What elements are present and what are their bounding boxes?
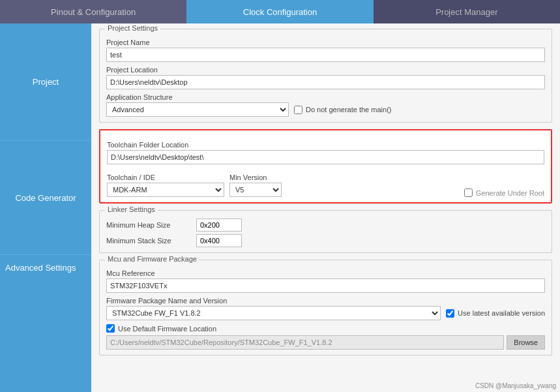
mcu-firmware-group: Mcu and Firmware Package Mcu Reference F… [99,260,552,355]
mcu-reference-label: Mcu Reference [106,269,545,277]
app-structure-select[interactable]: Advanced [106,102,289,117]
do-not-generate-main-label: Do not generate the main() [306,106,391,113]
min-stack-row: Minimum Stack Size [106,234,545,247]
firmware-package-label: Firmware Package Name and Version [106,297,545,305]
app-structure-row: Advanced Do not generate the main() [106,102,545,117]
generate-under-root-checkbox[interactable] [464,188,473,197]
min-version-col: Min Version V5 V4 V6 [229,168,282,197]
sidebar-item-advanced-settings[interactable]: Advanced Settings [0,255,91,392]
min-stack-input[interactable] [196,234,242,247]
mcu-reference-input[interactable] [106,279,545,293]
sidebar-code-gen-label: Code Generator [15,193,76,203]
top-navigation: Pinout & Configuration Clock Configurati… [0,0,560,23]
firmware-package-select[interactable]: STM32Cube FW_F1 V1.8.2 [106,306,441,320]
firmware-path-input [106,335,504,350]
toolchain-folder-input[interactable] [107,150,544,164]
use-latest-checkbox[interactable] [446,309,454,318]
min-heap-input[interactable] [196,219,242,232]
project-location-label: Project Location [106,66,545,74]
project-name-input[interactable] [106,48,545,62]
code-generator-group: Toolchain Folder Location Toolchain / ID… [99,129,552,204]
toolchain-ide-select[interactable]: MDK-ARM IAR GCC [107,183,224,197]
sidebar-item-project[interactable]: Project [0,23,91,141]
toolchain-ide-col: Toolchain / IDE MDK-ARM IAR GCC [107,168,224,197]
generate-under-root-row: Generate Under Root [464,188,544,197]
sidebar-item-code-generator[interactable]: Code Generator [0,141,91,255]
sidebar: Project Code Generator Advanced Settings [0,23,91,392]
main-layout: Project Code Generator Advanced Settings… [0,23,560,392]
do-not-generate-main-checkbox[interactable] [294,106,302,114]
use-default-firmware-label: Use Default Firmware Location [118,325,216,333]
tab-project-manager[interactable]: Project Manager [374,0,560,23]
min-stack-label: Minimum Stack Size [106,237,191,245]
use-default-firmware-row: Use Default Firmware Location [106,324,545,333]
app-structure-label: Application Structure [106,93,545,101]
toolchain-ide-label: Toolchain / IDE [107,173,224,181]
use-latest-row: Use latest available version [446,309,545,318]
watermark: CSDN @Manjusaka_ywang [475,382,556,389]
use-latest-label: Use latest available version [458,309,545,317]
use-default-firmware-checkbox[interactable] [106,324,115,333]
generate-under-root-label: Generate Under Root [476,189,544,197]
toolchain-folder-label: Toolchain Folder Location [107,141,544,149]
do-not-generate-main-checkbox-row: Do not generate the main() [294,106,391,114]
tab-pinout[interactable]: Pinout & Configuration [0,0,186,23]
linker-settings-title: Linker Settings [105,205,158,213]
sidebar-project-label: Project [33,77,59,87]
linker-settings-group: Linker Settings Minimum Heap Size Minimu… [99,210,552,253]
firmware-path-row: Browse [106,335,545,350]
project-settings-title: Project Settings [105,24,160,32]
project-location-input[interactable] [106,75,545,89]
min-version-label: Min Version [229,173,282,181]
toolchain-ide-row: Toolchain / IDE MDK-ARM IAR GCC Min Vers… [107,168,544,197]
min-heap-row: Minimum Heap Size [106,219,545,232]
project-settings-group: Project Settings Project Name Project Lo… [99,29,552,123]
min-heap-label: Minimum Heap Size [106,221,191,229]
firmware-package-row: STM32Cube FW_F1 V1.8.2 Use latest availa… [106,306,545,320]
browse-button[interactable]: Browse [507,335,545,350]
tab-clock[interactable]: Clock Configuration [186,0,373,23]
project-name-label: Project Name [106,38,545,46]
min-version-select[interactable]: V5 V4 V6 [229,183,282,197]
sidebar-advanced-label: Advanced Settings [5,263,76,273]
mcu-firmware-title: Mcu and Firmware Package [105,255,199,263]
content-area: Project Settings Project Name Project Lo… [91,23,560,392]
